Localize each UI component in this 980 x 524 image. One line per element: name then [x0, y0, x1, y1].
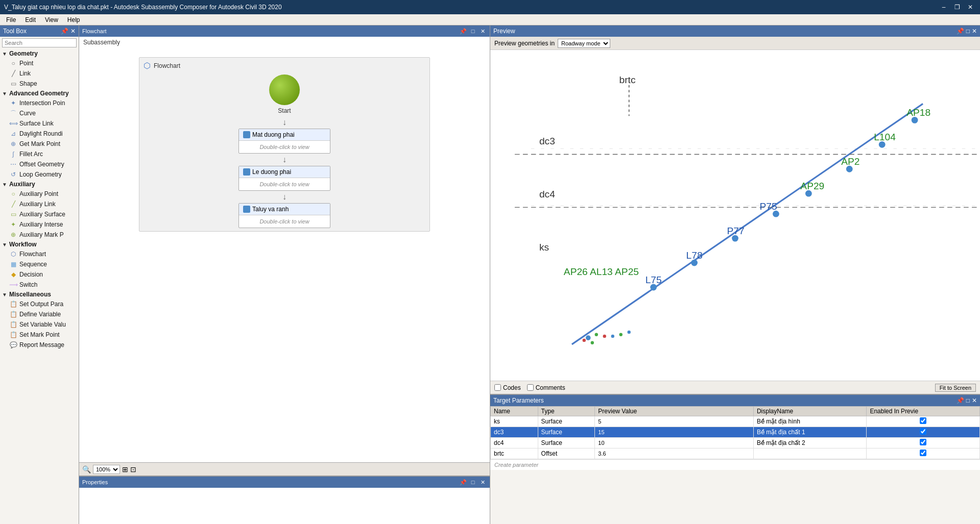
flowchart-pin-btn[interactable]: 📌	[459, 28, 467, 35]
tree-item-link[interactable]: ╱ Link	[0, 68, 79, 79]
param-enabled[interactable]	[867, 438, 980, 448]
fc-block-0-title: Mat duong phai	[239, 129, 330, 141]
fc-arrow-1: ↓	[144, 117, 425, 128]
flowchart-canvas[interactable]: ⬡ Flowchart Start ↓	[79, 52, 490, 307]
target-params-controls: 📌 □ ✕	[957, 397, 977, 404]
param-enabled[interactable]	[867, 448, 980, 459]
link-icon: ╱	[9, 69, 17, 78]
fit-page-icon[interactable]: ⊞	[122, 465, 128, 473]
minimize-button[interactable]: –	[938, 3, 949, 12]
tree-item-loop[interactable]: ↺ Loop Geometry	[0, 169, 79, 180]
tree-item-report-msg[interactable]: 💬 Report Message	[0, 340, 79, 350]
section-workflow[interactable]: ▼ Workflow	[0, 240, 79, 249]
table-row[interactable]: dc4 Surface Bề mặt địa chất 2	[491, 438, 980, 448]
flowchart-float-btn[interactable]: □	[469, 28, 477, 35]
fc-block-2-label: Taluy va ranh	[252, 206, 289, 213]
toolbox-close-icon[interactable]: ✕	[70, 28, 76, 35]
fc-block-2-body: Double-click to view	[239, 215, 330, 228]
tree-item-shape[interactable]: ▭ Shape	[0, 79, 79, 89]
props-pin-btn[interactable]: 📌	[459, 479, 467, 486]
col-type: Type	[538, 407, 595, 416]
param-preview-value[interactable]	[595, 438, 754, 448]
codes-checkbox[interactable]	[494, 384, 501, 391]
param-preview-value[interactable]	[595, 416, 754, 427]
tree-label-aux-link: Auxiliary Link	[19, 201, 56, 208]
preview-close-btn[interactable]: ✕	[972, 28, 977, 35]
tree-item-flowchart[interactable]: ⬡ Flowchart	[0, 249, 79, 259]
tree-item-curve[interactable]: ⌒ Curve	[0, 108, 79, 118]
properties-panel: Properties 📌 □ ✕	[79, 477, 490, 524]
report-msg-icon: 💬	[9, 341, 17, 349]
switch-icon: ⟿	[9, 281, 17, 289]
section-advanced-geometry[interactable]: ▼ Advanced Geometry	[0, 89, 79, 98]
codes-label[interactable]: Codes	[494, 384, 521, 391]
param-enabled[interactable]	[867, 416, 980, 427]
preview-canvas: dc3 dc4 ks brtc L75 L78 P77 P75 AP29 AP2…	[490, 50, 980, 394]
tree-item-get-mark-point[interactable]: ⊕ Get Mark Point	[0, 139, 79, 149]
tree-item-aux-link[interactable]: ╱ Auxiliary Link	[0, 199, 79, 209]
tree-item-offset[interactable]: ⋯ Offset Geometry	[0, 159, 79, 169]
preview-float-btn[interactable]: □	[966, 28, 970, 35]
tree-item-switch[interactable]: ⟿ Switch	[0, 280, 79, 290]
table-row[interactable]: ks Surface Bề mặt địa hình	[491, 416, 980, 427]
toolbox-pin-icon[interactable]: 📌	[61, 28, 68, 35]
table-row[interactable]: dc3 Surface Bề mặt địa chất 1	[491, 427, 980, 438]
tree-item-surface-link[interactable]: ⟺ Surface Link	[0, 118, 79, 129]
fc-block-0[interactable]: Mat duong phai Double-click to view	[238, 129, 330, 154]
aux-link-icon: ╱	[9, 200, 17, 208]
tree-item-aux-point[interactable]: ○ Auxiliary Point	[0, 189, 79, 199]
fit-to-screen-button[interactable]: Fit to Screen	[935, 384, 976, 392]
create-param[interactable]: Create parameter	[490, 459, 980, 470]
tree-label-set-output: Set Output Para	[19, 301, 63, 308]
section-miscellaneous[interactable]: ▼ Miscellaneous	[0, 290, 79, 299]
search-input[interactable]	[2, 38, 77, 47]
fc-block-2[interactable]: Taluy va ranh Double-click to view	[238, 203, 330, 228]
section-geometry-label: Geometry	[9, 50, 38, 57]
tree-item-decision[interactable]: ◆ Decision	[0, 269, 79, 280]
tree-item-set-mark[interactable]: 📋 Set Mark Point	[0, 330, 79, 340]
props-float-btn[interactable]: □	[469, 479, 477, 486]
param-preview-value[interactable]	[595, 427, 754, 438]
tree-item-aux-surface[interactable]: ▭ Auxiliary Surface	[0, 209, 79, 219]
menu-file[interactable]: File	[2, 15, 20, 24]
tree-item-aux-intersect[interactable]: ✦ Auxiliary Interse	[0, 219, 79, 230]
preview-mode-select[interactable]: Roadway mode Corridor mode	[558, 39, 610, 48]
section-auxiliary[interactable]: ▼ Auxiliary	[0, 180, 79, 189]
tree-item-point[interactable]: ○ Point	[0, 58, 79, 68]
comments-label[interactable]: Comments	[527, 384, 565, 391]
preview-title: Preview	[493, 28, 515, 35]
target-params-close-btn[interactable]: ✕	[972, 397, 977, 404]
fc-block-1[interactable]: Le duong phai Double-click to view	[238, 166, 330, 191]
tree-item-set-output[interactable]: 📋 Set Output Para	[0, 299, 79, 309]
zoom-fit-icon[interactable]: ⊡	[130, 465, 136, 473]
menu-help[interactable]: Help	[63, 15, 84, 24]
tree-item-intersection[interactable]: ✦ Intersection Poin	[0, 98, 79, 108]
tree-item-daylight[interactable]: ⊿ Daylight Roundi	[0, 129, 79, 139]
maximize-button[interactable]: ❐	[951, 3, 963, 12]
menu-edit[interactable]: Edit	[21, 15, 40, 24]
fc-block-0-label: Mat duong phai	[252, 131, 295, 138]
comments-checkbox[interactable]	[527, 384, 534, 391]
col-enabled: Enabled In Previe	[867, 407, 980, 416]
tree-item-define-var[interactable]: 📋 Define Variable	[0, 309, 79, 319]
close-button[interactable]: ✕	[965, 3, 976, 12]
target-params-float-btn[interactable]: □	[966, 397, 970, 404]
param-enabled[interactable]	[867, 427, 980, 438]
menu-view[interactable]: View	[41, 15, 62, 24]
preview-pin-btn[interactable]: 📌	[957, 28, 964, 35]
flowchart-close-btn[interactable]: ✕	[479, 28, 487, 35]
zoom-select[interactable]: 100% 75% 50% 150%	[93, 465, 120, 474]
param-preview-value[interactable]	[595, 448, 754, 459]
props-close-btn[interactable]: ✕	[479, 479, 487, 486]
aux-surface-icon: ▭	[9, 210, 17, 218]
section-geometry[interactable]: ▼ Geometry	[0, 49, 79, 58]
tree-item-set-var[interactable]: 📋 Set Variable Valu	[0, 319, 79, 330]
zoom-search-icon[interactable]: 🔍	[82, 465, 91, 473]
tree-item-sequence[interactable]: ▦ Sequence	[0, 259, 79, 269]
tree-label-intersection: Intersection Poin	[19, 99, 65, 107]
target-params-pin-btn[interactable]: 📌	[957, 397, 964, 404]
tree-item-aux-mark[interactable]: ⊕ Auxiliary Mark P	[0, 230, 79, 240]
tree-item-fillet[interactable]: ∫ Fillet Arc	[0, 149, 79, 159]
fillet-icon: ∫	[9, 150, 17, 158]
table-row[interactable]: brtc Offset	[491, 448, 980, 459]
